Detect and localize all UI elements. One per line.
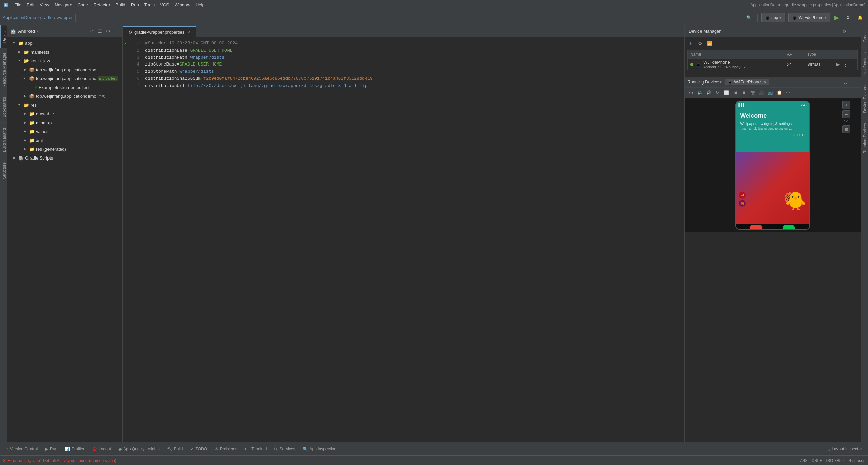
toolbar-settings-btn[interactable]: ⚙	[844, 13, 853, 22]
volume-down-btn[interactable]: 🔉	[696, 89, 704, 96]
tree-item-values[interactable]: ▶ 📁 values	[7, 127, 122, 136]
camera-btn[interactable]: 📷	[749, 89, 756, 96]
tool-logcat[interactable]: 🐞 Logcat	[88, 444, 114, 454]
stop-btn[interactable]: ⏹	[740, 89, 748, 96]
breadcrumb-wrapper[interactable]: wrapper	[57, 15, 73, 20]
rd-maximize-btn[interactable]: ⛶	[842, 78, 849, 86]
tool-services[interactable]: ⚙ Services	[271, 444, 298, 454]
right-tab-gradle[interactable]: Gradle	[861, 25, 868, 47]
video-btn[interactable]: 🎥	[758, 89, 765, 96]
menu-tools[interactable]: Tools	[142, 1, 157, 9]
tool-todo[interactable]: ✓ TODO	[187, 444, 211, 454]
phone-got-it-btn[interactable]: GOT IT	[740, 133, 805, 137]
more-device-btn[interactable]: ⋯	[784, 89, 792, 96]
left-tab-bookmarks[interactable]: Bookmarks	[0, 92, 7, 122]
menu-code[interactable]: Code	[75, 1, 91, 9]
menu-vcs[interactable]: VCS	[157, 1, 172, 9]
add-device-btn[interactable]: +	[687, 40, 694, 47]
breadcrumb-app[interactable]: ApplicationDemo	[3, 15, 36, 20]
tool-app-quality[interactable]: ◉ App Quality Insights	[115, 444, 163, 454]
left-tab-project[interactable]: Project	[0, 25, 7, 48]
refresh-device-btn[interactable]: ⟳	[697, 40, 704, 47]
panel-filter-btn[interactable]: ☰	[97, 28, 103, 35]
tool-version-control[interactable]: ↕ Version Control	[3, 444, 41, 454]
tree-item-app[interactable]: ▾ 📁 app	[7, 39, 122, 48]
panel-minimize-btn[interactable]: −	[113, 28, 120, 35]
menu-refactor[interactable]: Refactor	[91, 1, 113, 9]
tree-item-package-test[interactable]: ▶ 📦 top.weijinfang.applicationdemo (test…	[7, 92, 122, 100]
cast-btn[interactable]: 📺	[767, 89, 774, 96]
menu-help[interactable]: Help	[193, 1, 208, 9]
rotate-btn[interactable]: ↻	[714, 89, 721, 96]
device-launch-btn[interactable]: ▶	[834, 61, 841, 68]
running-device-close[interactable]: ×	[764, 79, 766, 85]
tree-item-package-android-test[interactable]: ▾ 📦 top.weijinfang.applicationdemo andro…	[7, 74, 122, 83]
right-tab-device-explorer[interactable]: Device Explorer	[861, 79, 868, 118]
tool-profiler[interactable]: 📊 Profiler	[61, 444, 88, 454]
device-row-wjfdephone[interactable]: 📱 WJFdePhone Android 7.0 ("Nougat") | x8…	[687, 59, 858, 70]
play-store-app-icon[interactable]: ▶ Play Store	[783, 225, 795, 230]
run-button[interactable]: ▶	[832, 13, 842, 22]
menu-navigate[interactable]: Navigate	[52, 1, 75, 9]
power-btn[interactable]: ⏻	[687, 89, 695, 96]
tree-item-package-main[interactable]: ▶ 📦 top.weijinfang.applicationdemo	[7, 65, 122, 74]
left-tab-build-variants[interactable]: Build Variants	[0, 122, 7, 157]
panel-gear-btn[interactable]: ⚙	[105, 28, 112, 35]
tool-layout-inspector[interactable]: ⬚ Layout Inspector	[823, 444, 865, 454]
menu-file[interactable]: File	[12, 1, 24, 9]
run-config-selector[interactable]: 📱 app ▾	[761, 13, 785, 22]
tool-run[interactable]: ▶ Run	[42, 444, 61, 454]
tree-item-drawable[interactable]: ▶ 📁 drawable	[7, 109, 122, 118]
back-btn[interactable]: ◀	[731, 89, 739, 96]
left-tab-resource-manager[interactable]: Resource Manager	[0, 48, 7, 92]
add-running-device-btn[interactable]: +	[771, 78, 779, 86]
tool-problems[interactable]: ⚠ Problems	[211, 444, 241, 454]
tree-item-gradle-scripts[interactable]: ▶ 🐘 Gradle Scripts	[7, 153, 122, 162]
tool-terminal[interactable]: >_ Terminal	[241, 444, 270, 454]
zoom-out-btn[interactable]: −	[842, 110, 850, 118]
device-manager-minimize-btn[interactable]: −	[850, 28, 856, 35]
tool-build[interactable]: 🔨 Build	[164, 444, 186, 454]
tool-app-inspection[interactable]: 🔍 App Inspection	[299, 444, 340, 454]
code-editor[interactable]: #Sun Mar 10 20:23:04 GMT+08:00 2024 dist…	[141, 37, 684, 442]
panel-sync-btn[interactable]: ⟳	[88, 28, 95, 35]
tree-item-xml[interactable]: ▶ 📁 xml	[7, 136, 122, 145]
menu-run[interactable]: Run	[128, 1, 142, 9]
android-dropdown-icon[interactable]: ▾	[37, 29, 39, 33]
tree-item-mipmap[interactable]: ▶ 📁 mipmap	[7, 118, 122, 127]
device-manager-settings-btn[interactable]: ⚙	[841, 28, 848, 35]
volume-up-btn[interactable]: 🔊	[705, 89, 712, 96]
zoom-reset-btn[interactable]: ⊞	[842, 125, 850, 133]
menu-window[interactable]: Window	[172, 1, 193, 9]
left-tab-structure[interactable]: Structure	[0, 157, 7, 184]
status-line-sep[interactable]: CRLF	[811, 458, 822, 463]
tree-item-example-test[interactable]: ▶ K ExampleInstrumentedTest	[7, 83, 122, 92]
breadcrumb-gradle[interactable]: gradle	[40, 15, 53, 20]
menu-view[interactable]: View	[37, 1, 52, 9]
device-more-btn[interactable]: ⋮	[842, 61, 849, 68]
zoom-in-btn[interactable]: +	[842, 101, 850, 109]
tab-close-icon[interactable]: ×	[188, 30, 190, 34]
running-device-tab[interactable]: 📱 WJFdePhone ×	[725, 79, 769, 85]
gmail-app-icon[interactable]: ✉ Gmail	[750, 225, 762, 230]
clipboard-btn[interactable]: 📋	[775, 89, 783, 96]
status-encoding[interactable]: ISO-8859-	[826, 458, 845, 463]
status-indent[interactable]: 4 spaces	[849, 458, 865, 463]
search-everywhere-btn[interactable]: 🔍	[744, 13, 754, 22]
tree-item-res[interactable]: ▾ 📂 res	[7, 100, 122, 109]
right-tab-notifications[interactable]: Notifications	[861, 47, 868, 79]
toolbar-notification-btn[interactable]: 🔔	[855, 13, 865, 22]
menu-build[interactable]: Build	[113, 1, 128, 9]
wifi-device-btn[interactable]: 📶	[706, 40, 713, 47]
menu-edit[interactable]: Edit	[24, 1, 37, 9]
tree-item-manifests[interactable]: ▶ 📂 manifests	[7, 48, 122, 56]
right-tab-running-devices[interactable]: Running Devices	[861, 118, 868, 159]
device-selector[interactable]: 📱 WJFdePhone ▾	[788, 13, 830, 22]
editor-tab-gradle-wrapper[interactable]: ⚙ gradle-wrapper.properties ×	[123, 26, 196, 37]
tree-item-kotlin-java[interactable]: ▾ 📂 kotlin+java	[7, 56, 122, 65]
screenshot-btn[interactable]: ⬜	[723, 89, 730, 96]
tree-item-res-generated[interactable]: ▶ 📁 res (generated)	[7, 145, 122, 153]
phone-home-screen[interactable]: 🏀 🐥 中 🎃	[736, 152, 809, 224]
rd-minimize-btn[interactable]: −	[850, 78, 858, 86]
phone-frame[interactable]: ▌▌▌ 7:48 Welcome Wallpapers, widgets, & …	[735, 101, 810, 230]
